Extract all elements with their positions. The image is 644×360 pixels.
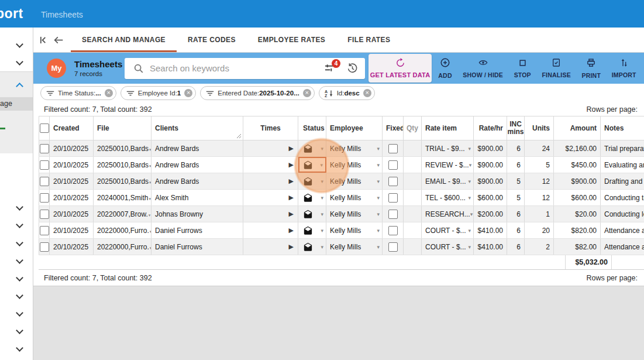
row-checkbox[interactable]: [40, 177, 49, 186]
rate-item-cell[interactable]: RESEARCH...▾: [422, 206, 474, 222]
chevron-down-icon[interactable]: ▾: [321, 195, 323, 201]
employee-cell[interactable]: Kelly Mills▾: [326, 239, 383, 255]
rate-item-cell[interactable]: TEL - $600...▾: [422, 190, 474, 205]
chevron-down-icon[interactable]: [17, 39, 26, 47]
chevron-down-icon[interactable]: ▾: [377, 244, 380, 250]
play-icon[interactable]: ▶: [289, 243, 294, 251]
tab-search-and-manage[interactable]: SEARCH AND MANAGE: [71, 28, 177, 52]
chevron-down-icon[interactable]: [17, 290, 26, 298]
chevron-down-icon[interactable]: [17, 201, 26, 210]
status-cell[interactable]: ▾: [298, 157, 326, 173]
search-input[interactable]: [149, 63, 324, 74]
chevron-down-icon[interactable]: ▾: [377, 228, 380, 234]
tab-rate-codes[interactable]: RATE CODES: [177, 28, 247, 52]
print-button[interactable]: PRINT: [580, 58, 604, 79]
chevron-down-icon[interactable]: ▾: [321, 179, 323, 184]
show-hide-button[interactable]: SHOW / HIDE: [460, 58, 505, 78]
row-checkbox[interactable]: [40, 242, 49, 252]
history-icon[interactable]: [347, 63, 358, 74]
row-checkbox[interactable]: [40, 160, 49, 170]
open-envelope-icon[interactable]: [303, 226, 313, 235]
close-icon[interactable]: ×: [363, 89, 371, 97]
play-icon[interactable]: ▶: [289, 194, 294, 201]
chevron-down-icon[interactable]: ▾: [468, 244, 471, 250]
fixed-checkbox[interactable]: [388, 193, 398, 203]
add-button[interactable]: ADD: [436, 57, 454, 79]
chevron-down-icon[interactable]: ▾: [468, 195, 471, 201]
chevron-down-icon[interactable]: ▾: [377, 146, 380, 152]
chevron-down-icon[interactable]: [17, 307, 26, 316]
status-cell[interactable]: ▾: [298, 206, 326, 222]
status-cell[interactable]: ▾: [298, 239, 326, 255]
rate-item-cell[interactable]: EMAIL - $9...▾: [422, 173, 474, 189]
fixed-checkbox[interactable]: [388, 160, 398, 170]
fixed-checkbox[interactable]: [388, 144, 398, 153]
play-icon[interactable]: ▶: [289, 177, 294, 185]
chevron-down-icon[interactable]: ▾: [320, 162, 323, 168]
chevron-down-icon[interactable]: ▾: [470, 211, 473, 217]
chevron-down-icon[interactable]: [17, 237, 26, 245]
import-button[interactable]: IMPORT: [609, 58, 639, 78]
fixed-checkbox[interactable]: [388, 226, 398, 235]
chevron-down-icon[interactable]: ▾: [377, 162, 380, 168]
filter-settings-icon[interactable]: 4: [324, 63, 334, 73]
fixed-checkbox[interactable]: [388, 177, 398, 186]
chevron-down-icon[interactable]: [17, 219, 26, 227]
chevron-down-icon[interactable]: ▾: [321, 244, 323, 250]
rate-item-cell[interactable]: COURT - $...▾: [422, 239, 474, 255]
play-icon[interactable]: ▶: [289, 227, 294, 234]
stop-button[interactable]: STOP: [512, 59, 533, 78]
chevron-down-icon[interactable]: ▾: [321, 211, 323, 217]
fixed-checkbox[interactable]: [388, 210, 398, 219]
open-envelope-icon[interactable]: [303, 210, 313, 219]
avatar[interactable]: My: [47, 59, 66, 78]
close-icon[interactable]: ×: [105, 89, 113, 97]
filter-chip[interactable]: Employee Id:1×: [120, 86, 197, 100]
open-envelope-icon[interactable]: [303, 242, 313, 252]
open-envelope-icon[interactable]: [303, 144, 313, 153]
play-icon[interactable]: ▶: [289, 145, 294, 152]
chevron-down-icon[interactable]: ▾: [377, 195, 380, 201]
open-envelope-icon[interactable]: [303, 177, 313, 186]
chevron-down-icon[interactable]: [17, 272, 26, 280]
get-latest-data-button[interactable]: GET LATEST DATA: [369, 54, 432, 83]
row-checkbox[interactable]: [40, 193, 49, 203]
chevron-down-icon[interactable]: ▾: [321, 146, 323, 152]
chevron-down-icon[interactable]: [17, 56, 26, 64]
row-checkbox[interactable]: [40, 226, 49, 235]
chevron-down-icon[interactable]: ▾: [468, 228, 471, 234]
tab-employee-rates[interactable]: EMPLOYEE RATES: [247, 28, 336, 52]
open-envelope-icon[interactable]: [303, 160, 313, 170]
filter-chip[interactable]: Entered Date:2025-10-20...×: [200, 86, 314, 100]
filter-chip[interactable]: Time Status:...×: [40, 86, 116, 100]
chevron-down-icon[interactable]: [17, 325, 26, 333]
employee-cell[interactable]: Kelly Mills▾: [326, 140, 383, 156]
status-cell[interactable]: ▾: [298, 140, 326, 156]
open-envelope-icon[interactable]: [303, 193, 313, 203]
play-icon[interactable]: ▶: [289, 210, 294, 218]
finalise-button[interactable]: FINALISE: [539, 58, 573, 78]
play-icon[interactable]: ▶: [289, 161, 294, 169]
chevron-up-icon[interactable]: [17, 81, 26, 89]
status-cell[interactable]: ▾: [298, 222, 326, 238]
close-icon[interactable]: ×: [184, 89, 192, 97]
tab-file-rates[interactable]: FILE RATES: [336, 28, 401, 52]
chevron-down-icon[interactable]: ▾: [321, 228, 323, 234]
sidebar-item-selected[interactable]: age: [0, 97, 33, 111]
fixed-checkbox[interactable]: [388, 242, 398, 252]
chevron-down-icon[interactable]: ▾: [377, 179, 380, 184]
status-cell[interactable]: ▾: [298, 190, 326, 205]
row-checkbox[interactable]: [40, 210, 49, 219]
employee-cell[interactable]: Kelly Mills▾: [326, 222, 383, 238]
rate-item-cell[interactable]: COURT - $...▾: [422, 222, 474, 238]
employee-cell[interactable]: Kelly Mills▾: [326, 173, 383, 189]
close-icon[interactable]: ×: [303, 89, 311, 97]
filter-chip[interactable]: AZId:desc×: [319, 86, 375, 100]
status-cell[interactable]: ▾: [298, 173, 326, 189]
row-checkbox[interactable]: [40, 144, 49, 153]
chevron-down-icon[interactable]: ▾: [469, 162, 472, 168]
employee-cell[interactable]: Kelly Mills▾: [326, 206, 383, 222]
employee-cell[interactable]: Kelly Mills▾: [326, 157, 383, 173]
rate-item-cell[interactable]: TRIAL - $9...▾: [422, 140, 474, 156]
column-resize-handle[interactable]: [236, 133, 242, 139]
